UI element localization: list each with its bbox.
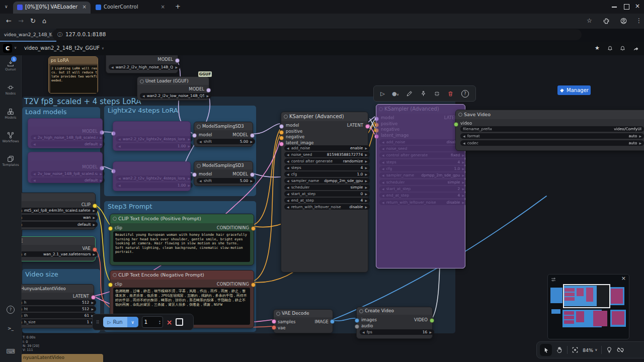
scheduler-widget[interactable]: schedulersimple — [379, 179, 467, 185]
collapse-dot-icon[interactable] — [458, 113, 462, 117]
positive-prompt-textarea[interactable]: Beautiful young European woman with hone… — [113, 231, 250, 262]
note-node-header[interactable]: ps LoRA — [49, 57, 98, 64]
end-at-step-widget[interactable]: end_at_step4 — [284, 198, 370, 203]
url-bar[interactable]: ⓘ 127.0.0.1:8188 — [52, 29, 582, 40]
model-output-port[interactable] — [206, 88, 211, 93]
conditioning-output-port[interactable] — [251, 283, 256, 287]
workflow-name-dropdown[interactable]: video_wan2_2_14B_t2v_GGUF∨ — [24, 45, 104, 51]
drag-handle[interactable]: ⠿ — [96, 320, 100, 325]
collapse-node-icon[interactable] — [434, 90, 440, 97]
collapse-dot-icon[interactable] — [113, 217, 117, 221]
width-widget[interactable]: h512 — [17, 300, 96, 305]
collapse-dot-icon[interactable] — [197, 125, 201, 129]
execute-node-button[interactable]: ▷ — [380, 90, 384, 97]
shift-widget[interactable]: shift5.00 — [197, 178, 255, 184]
clip-device-widget[interactable]: default — [17, 222, 98, 227]
vae-output-port[interactable] — [93, 247, 97, 252]
model-input-port[interactable] — [192, 172, 197, 177]
weight-dtype-widget[interactable]: default — [31, 177, 105, 183]
unet-loader-low-node[interactable]: Unet Loader (GGUF) MODEL wan2.2_i2v_low_… — [137, 76, 209, 101]
pin-node-icon[interactable] — [420, 90, 427, 97]
sampler-name-widget[interactable]: sampler_namedpmpp_2m_sde_gpu — [379, 172, 467, 178]
run-button[interactable]: ▷Run — [103, 317, 127, 327]
minimap-close-icon[interactable]: × — [621, 275, 626, 282]
fps-widget[interactable]: fps16 — [360, 329, 434, 335]
model-name-widget[interactable]: 2v_low_noise_14B_fp8_scaled.safet — [31, 171, 105, 176]
steps-widget[interactable]: steps4 — [379, 159, 467, 165]
start-at-step-widget[interactable]: start_at_step0 — [284, 191, 370, 197]
node-header[interactable]: tyHunyuanLatentVideo — [15, 285, 94, 293]
collapse-dot-icon[interactable] — [276, 312, 280, 316]
scheduler-widget[interactable]: schedulersimple — [284, 185, 370, 190]
tab-close-icon[interactable]: × — [161, 4, 165, 10]
share-icon[interactable] — [632, 45, 639, 52]
model-output-port[interactable] — [100, 130, 104, 135]
cancel-run-button[interactable]: × — [167, 318, 173, 326]
home-icon[interactable]: ⌂ — [42, 17, 46, 25]
format-widget[interactable]: formatauto — [460, 133, 644, 139]
node-header[interactable]: Save Video — [456, 110, 644, 119]
tab-close-icon[interactable]: × — [83, 4, 87, 10]
ksampler-advanced-node[interactable]: KSampler (Advanced) LATENT model positiv… — [281, 112, 368, 273]
window-minimize-button[interactable] — [612, 7, 617, 8]
images-input-port[interactable] — [355, 318, 359, 323]
negative-input-port[interactable] — [279, 136, 284, 140]
model-input-port[interactable] — [279, 124, 284, 129]
vae-decode-node[interactable]: VAE Decode samples vae IMAGE — [273, 309, 333, 333]
comfy-logo[interactable]: C — [3, 44, 12, 53]
stop-button[interactable] — [176, 318, 183, 326]
pan-tool-icon[interactable] — [556, 346, 563, 353]
back-icon[interactable]: ← — [6, 17, 12, 25]
sidebar-item-models[interactable]: Models — [0, 108, 21, 120]
clip-input-port[interactable] — [108, 283, 113, 287]
unet-loader-high-node[interactable]: MODEL wan2.2_i2v_high_noise_14B_Q ... — [106, 52, 178, 73]
samples-input-port[interactable] — [272, 319, 276, 324]
minimap-settings-icon[interactable] — [550, 277, 556, 283]
node-header[interactable]: Unet Loader (GGUF) — [137, 77, 209, 85]
latent-image-input-port[interactable] — [279, 142, 284, 146]
clip-input-port[interactable] — [108, 226, 113, 231]
vae-loader-node[interactable]: AE VAE ewan_2.1_vae.safetensors — [14, 236, 96, 261]
clip-loader-node[interactable]: IP CLIP mt5_xxl_fp8_e4m3fn_scaled.safete… — [14, 193, 96, 230]
model-input-port[interactable] — [192, 133, 197, 138]
manager-button[interactable]: Manager — [557, 85, 591, 95]
unet-name-widget[interactable]: wan2.2_i2v_high_noise_14B_Q ... — [109, 64, 180, 70]
node-header[interactable]: Create Video — [357, 307, 432, 315]
minimap-viewport[interactable] — [563, 284, 610, 308]
browser-menu-kebab-icon[interactable]: ⋮ — [636, 17, 642, 24]
unet-name-widget[interactable]: wan2.2_i2v_low_noise_14B_Q5 ... — [140, 93, 211, 99]
edit-pen-icon[interactable] — [406, 90, 413, 97]
batch-count-stepper[interactable]: 1▴▾ — [142, 316, 163, 328]
zoom-level-dropdown[interactable]: 84%∨ — [583, 347, 597, 353]
height-widget[interactable]: ht512 — [17, 306, 96, 312]
batch-size-widget[interactable]: h_size1 — [17, 319, 96, 325]
node-header[interactable]: ModelSamplingSD3 — [194, 122, 253, 130]
latent-image-input-port[interactable] — [374, 134, 379, 139]
node-header[interactable] — [113, 162, 190, 170]
model-input-port[interactable] — [374, 117, 379, 121]
model-input-port[interactable] — [111, 169, 116, 173]
collapse-dot-icon[interactable] — [284, 115, 288, 119]
ksampler-advanced-node-selected[interactable]: KSampler (Advanced) LATENT model positiv… — [376, 104, 465, 268]
node-help-button[interactable]: ? — [461, 90, 469, 98]
return-leftover-noise-widget[interactable]: return_with_leftover_noisedisable — [379, 200, 467, 205]
tab-search-caret-icon[interactable]: ∨ — [5, 4, 8, 9]
node-header[interactable]: KSampler (Advanced) — [281, 112, 368, 121]
positive-input-port[interactable] — [374, 123, 379, 127]
clip-name-widget[interactable]: mt5_xxl_fp8_e4m3fn_scaled.safetensors — [17, 208, 98, 213]
theme-bulb-icon[interactable] — [606, 346, 613, 353]
minimap-panel[interactable]: × — [547, 274, 629, 339]
favorites-star-icon[interactable]: ★ — [595, 45, 600, 51]
strength-widget[interactable]: 1.00 — [116, 183, 193, 188]
lora-loader-node-muted[interactable]: wan2.2_t2v_lightx2v_4steps_lora_ 1.00 — [113, 161, 191, 191]
latent-output-port[interactable] — [365, 124, 370, 129]
control-after-generate-widget[interactable]: control after generaterandomize — [284, 158, 370, 164]
sidebar-item-nodes[interactable]: Nodes — [0, 83, 21, 96]
fit-view-icon[interactable] — [572, 346, 579, 353]
length-widget[interactable]: th61 — [17, 313, 96, 318]
cfg-widget[interactable]: cfg1.0 — [379, 166, 467, 171]
latent-output-port[interactable] — [91, 295, 96, 300]
delete-node-icon[interactable] — [447, 90, 454, 97]
node-header[interactable] — [28, 152, 102, 160]
logo-menu-chevron-icon[interactable]: ∨ — [14, 46, 17, 50]
